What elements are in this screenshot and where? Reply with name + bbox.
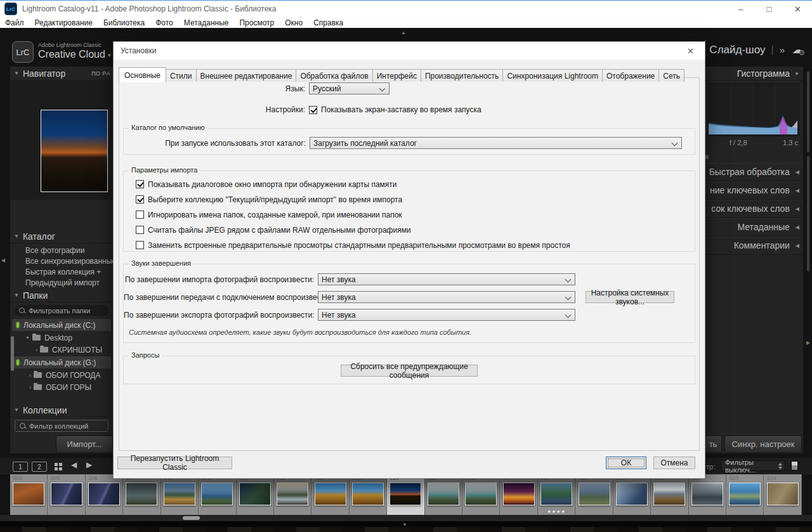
photo-thumbnail[interactable]: [88, 483, 120, 505]
navigator-preview-photo[interactable]: [41, 110, 108, 192]
collapse-triangle-icon[interactable]: ▼: [794, 71, 799, 77]
filmstrip-cell[interactable]: 308: [161, 474, 199, 515]
previous-photo-icon[interactable]: ◀: [71, 460, 77, 469]
grid-view-icon[interactable]: [55, 463, 58, 466]
dialog-tab[interactable]: Основные: [119, 67, 166, 82]
filmstrip-cell[interactable]: 313: [350, 474, 387, 515]
photo-thumbnail[interactable]: [352, 483, 384, 505]
brand-caret-icon[interactable]: ▾: [108, 52, 111, 58]
menu-item[interactable]: Справка: [313, 18, 343, 27]
filmstrip-cell[interactable]: 321: [651, 474, 688, 515]
minimize-button[interactable]: –: [726, 1, 755, 18]
filmstrip-cell[interactable]: 304: [10, 474, 48, 515]
spinner-icon[interactable]: [778, 463, 782, 469]
checkbox[interactable]: [136, 195, 144, 204]
right-panel-header[interactable]: ние ключевых слов ◀: [703, 181, 803, 200]
cancel-button[interactable]: Отмена: [653, 457, 695, 469]
collapse-triangle-icon[interactable]: ▼: [14, 407, 19, 413]
right-panel-header[interactable]: Метаданные ◀: [703, 218, 803, 237]
dialog-close-icon[interactable]: ✕: [676, 42, 705, 60]
photo-thumbnail[interactable]: [691, 483, 723, 505]
dialog-tab[interactable]: Сеть: [659, 69, 684, 82]
photo-thumbnail[interactable]: [277, 483, 308, 505]
filmstrip-cell[interactable]: 310: [237, 474, 274, 515]
filmstrip-cell[interactable]: 306: [86, 474, 123, 515]
filmstrip-cell[interactable]: 322: [689, 474, 726, 515]
module-overflow-icon[interactable]: »: [780, 44, 785, 55]
ok-button[interactable]: ОК: [606, 457, 646, 469]
checkbox[interactable]: [136, 180, 144, 188]
menu-item[interactable]: Фото: [155, 18, 173, 27]
filmstrip-cell[interactable]: 312: [311, 474, 349, 515]
filmstrip-cell[interactable]: 315: [425, 474, 462, 515]
photo-thumbnail[interactable]: [51, 483, 82, 505]
menu-item[interactable]: Просмотр: [239, 18, 274, 27]
right-panel-header[interactable]: Быстрая обработка ◀: [703, 163, 803, 181]
splash-screen-checkbox[interactable]: [309, 106, 317, 114]
main-window-button[interactable]: 1: [13, 462, 28, 472]
filmstrip-cell[interactable]: 317: [500, 474, 537, 515]
filmstrip-cell[interactable]: 318 ★★★★: [538, 474, 575, 515]
left-panel-collapse-icon[interactable]: ◀: [1, 257, 5, 263]
navigator-zoom-label[interactable]: ПО РА: [91, 70, 110, 77]
filter-toggle-switch[interactable]: [791, 461, 798, 470]
collapse-triangle-icon[interactable]: ▼: [14, 70, 19, 76]
filmstrip-cell[interactable]: 316: [462, 474, 500, 515]
disclosure-icon[interactable]: [29, 384, 31, 391]
photo-thumbnail[interactable]: [390, 483, 421, 505]
collections-header[interactable]: ▼ Коллекции: [10, 403, 113, 417]
right-scrollbar[interactable]: [807, 71, 809, 152]
disclosure-icon[interactable]: [29, 372, 31, 379]
scrollbar-thumb[interactable]: [183, 516, 200, 520]
catalog-item[interactable]: Все синхронизированные: [10, 256, 113, 267]
photo-thumbnail[interactable]: [767, 483, 799, 505]
navigator-header[interactable]: ▼ Навигатор ПО РА: [10, 67, 113, 81]
collapse-arrow-icon[interactable]: ◀: [796, 188, 799, 193]
dialog-tab[interactable]: Стили: [166, 69, 197, 82]
catalog-item[interactable]: Все фотографии: [10, 245, 113, 256]
import-button[interactable]: Импорт...: [56, 436, 113, 453]
language-dropdown[interactable]: Русский: [309, 82, 390, 94]
folder-row[interactable]: Локальный диск (G:): [12, 356, 111, 368]
dialog-tab[interactable]: Производительность: [421, 69, 503, 82]
photo-thumbnail[interactable]: [201, 483, 233, 505]
filmstrip-cell[interactable]: 305: [48, 474, 85, 515]
collapse-triangle-icon[interactable]: ▼: [14, 292, 19, 298]
close-button[interactable]: ✕: [783, 1, 812, 18]
photo-thumbnail[interactable]: [540, 483, 572, 505]
right-panel-header[interactable]: Комментарии ◀: [703, 237, 803, 255]
photo-thumbnail[interactable]: [126, 483, 157, 505]
filmstrip-cell[interactable]: 319: [575, 474, 613, 515]
disclosure-icon[interactable]: [25, 335, 30, 340]
menu-item[interactable]: Окно: [285, 18, 303, 27]
folder-row[interactable]: ОБОИ ГОРОДА: [10, 369, 113, 381]
top-panel-collapse-icon[interactable]: ▲: [401, 30, 406, 36]
sync-settings-button[interactable]: Синхр. настроек: [724, 436, 802, 453]
system-sounds-button[interactable]: Настройка системных звуков...: [586, 291, 674, 303]
collapse-triangle-icon[interactable]: ▼: [14, 233, 19, 239]
collapse-arrow-icon[interactable]: ◀: [796, 206, 799, 212]
catalog-item[interactable]: Предыдущий импорт: [10, 278, 113, 289]
photo-thumbnail[interactable]: [465, 483, 497, 505]
histogram-chart[interactable]: [708, 83, 799, 136]
photo-thumbnail[interactable]: [503, 483, 535, 505]
filmstrip-cell[interactable]: 309: [199, 474, 236, 515]
collections-filter-input[interactable]: Фильтр коллекций: [15, 420, 108, 432]
photo-thumbnail[interactable]: [164, 483, 195, 505]
dialog-tab[interactable]: Синхронизация Lightroom: [503, 69, 603, 82]
filmstrip-scrollbar[interactable]: [0, 515, 812, 521]
menu-item[interactable]: Библиотека: [103, 18, 145, 27]
reset-warnings-button[interactable]: Сбросить все предупреждающие сообщения: [341, 365, 478, 377]
right-panel-collapse-icon[interactable]: ▶: [806, 340, 810, 346]
dialog-tab[interactable]: Внешнее редактирование: [197, 69, 297, 82]
dialog-tab[interactable]: Интерфейс: [373, 69, 421, 82]
left-panel-scrollbar[interactable]: [11, 336, 14, 371]
checkbox[interactable]: [136, 211, 144, 219]
collapse-arrow-icon[interactable]: ◀: [796, 243, 799, 249]
module-slideshow[interactable]: Слайд-шоу: [709, 44, 765, 56]
checkbox[interactable]: [136, 241, 144, 249]
photo-thumbnail[interactable]: [428, 483, 459, 505]
folder-row[interactable]: ОБОИ ГОРЫ: [10, 381, 113, 393]
filmstrip-cell[interactable]: 324: [764, 474, 801, 515]
folders-header[interactable]: ▼ Папки: [10, 289, 113, 302]
